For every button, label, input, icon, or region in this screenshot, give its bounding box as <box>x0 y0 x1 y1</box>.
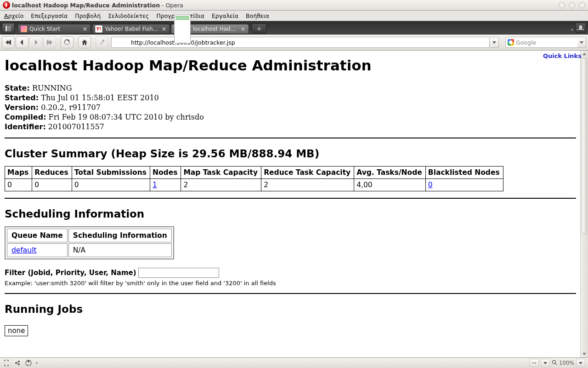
yahoo-favicon-icon: Y! <box>95 25 102 33</box>
svg-rect-1 <box>8 26 11 31</box>
tab-close-button[interactable] <box>82 26 88 32</box>
cell-map-capacity: 2 <box>181 179 261 191</box>
svg-rect-0 <box>6 26 7 31</box>
status-dropdown-icon[interactable]: ▾ <box>36 361 38 365</box>
quick-links-link[interactable]: Quick Links <box>543 52 582 59</box>
scroll-up-button[interactable] <box>581 51 588 58</box>
cell-nodes: 1 <box>150 179 181 191</box>
scheduling-heading: Scheduling Information <box>5 208 576 220</box>
rewind-button[interactable] <box>2 36 15 48</box>
zoom-dropdown-button[interactable] <box>541 359 550 367</box>
filter-example: Example: 'user:smith 3200' will filter b… <box>5 280 576 287</box>
window-title-page: localhost Hadoop Map/Reduce Administrati… <box>12 2 160 9</box>
table-row: default N/A <box>7 243 172 257</box>
page-viewport: Quick Links localhost Hadoop Map/Reduce … <box>0 51 588 357</box>
zoom-icon <box>552 360 557 367</box>
table-header-row: Maps Reduces Total Submissions Nodes Map… <box>5 167 503 179</box>
cluster-summary-heading: Cluster Summary (Heap Size is 29.56 MB/8… <box>5 148 576 160</box>
tab-overflow-indicator: • • • <box>571 27 585 33</box>
table-header-row: Queue Name Scheduling Information <box>7 229 172 242</box>
zoom-controls: 100% <box>530 359 585 367</box>
fit-width-button[interactable] <box>530 359 539 367</box>
state-value: RUNNING <box>30 84 72 92</box>
nodes-link[interactable]: 1 <box>153 181 157 189</box>
url-field[interactable]: http://localhost:50030/jobtracker.jsp <box>111 37 490 48</box>
version-value: 0.20.2, r911707 <box>39 103 101 112</box>
cell-blacklisted: 0 <box>425 179 503 191</box>
panel-icon <box>6 26 11 31</box>
cell-reduces: 0 <box>32 179 72 191</box>
started-label: Started: <box>5 93 39 102</box>
google-icon <box>508 39 514 46</box>
cell-sched-info: N/A <box>68 243 172 257</box>
col-total-submissions: Total Submissions <box>72 167 150 179</box>
panel-toggle-button[interactable] <box>2 23 15 34</box>
running-jobs-heading: Running Jobs <box>5 303 576 315</box>
svg-point-6 <box>553 360 556 363</box>
scroll-down-button[interactable] <box>581 350 588 357</box>
tab-close-button[interactable] <box>161 26 167 32</box>
turbo-status-icon[interactable] <box>25 359 32 367</box>
sync-status-icon[interactable] <box>3 359 10 367</box>
scroll-track[interactable] <box>581 58 588 350</box>
menu-tools[interactable]: Εργαλεία <box>209 12 242 20</box>
tab-close-button[interactable] <box>240 26 246 32</box>
version-label: Version: <box>5 103 39 112</box>
cluster-summary-table: Maps Reduces Total Submissions Nodes Map… <box>5 166 503 191</box>
quick-start-favicon-icon <box>21 26 27 32</box>
filter-input[interactable] <box>138 268 219 278</box>
queue-default-link[interactable]: default <box>11 246 37 254</box>
scroll-thumb[interactable] <box>582 58 587 234</box>
zoom-value: 100% <box>559 360 574 366</box>
vertical-scrollbar[interactable] <box>580 51 588 357</box>
zoom-value-dropdown-button[interactable] <box>576 359 585 367</box>
back-button[interactable] <box>16 36 28 48</box>
url-dropdown-button[interactable] <box>490 37 499 48</box>
page-favicon-icon <box>174 15 191 43</box>
col-maps: Maps <box>5 167 32 179</box>
col-reduce-capacity: Reduce Task Capacity <box>261 167 354 179</box>
divider <box>5 293 576 294</box>
menu-view[interactable]: Προβολή <box>72 12 104 20</box>
close-window-button[interactable] <box>579 2 585 8</box>
search-field[interactable]: Google <box>505 37 579 48</box>
menu-edit[interactable]: Επεξεργασία <box>28 12 71 20</box>
tab-quick-start[interactable]: Quick Start <box>17 24 91 34</box>
home-button[interactable] <box>78 36 91 48</box>
fast-forward-button[interactable] <box>43 36 56 48</box>
unite-status-icon[interactable] <box>14 359 21 367</box>
scheduling-table: Queue Name Scheduling Information defaul… <box>5 226 174 259</box>
col-reduces: Reduces <box>32 167 72 179</box>
wand-button[interactable] <box>96 36 108 48</box>
tab-strip: Quick Start Y! Yahoo! Babel Fish - T... … <box>0 21 588 34</box>
menu-bookmarks[interactable]: Σελιδοδείκτες <box>105 12 152 20</box>
menu-file[interactable]: Αρχείο <box>1 12 27 20</box>
compiled-value: Fri Feb 19 08:07:34 UTC 2010 by chrisdo <box>46 113 204 121</box>
col-blacklisted: Blacklisted Nodes <box>425 167 503 179</box>
tab-yahoo-babelfish[interactable]: Y! Yahoo! Babel Fish - T... <box>92 24 170 34</box>
col-queue-name: Queue Name <box>7 229 68 242</box>
tab-title: Yahoo! Babel Fish - T... <box>105 26 158 32</box>
tab-hadoop-admin[interactable]: localhost Hadoop Ma... <box>171 24 249 34</box>
tab-title: localhost Hadoop Ma... <box>193 26 237 32</box>
maximize-button[interactable] <box>569 2 575 8</box>
filter-row: Filter (Jobid, Priority, User, Name) <box>5 268 576 278</box>
col-map-capacity: Map Task Capacity <box>181 167 261 179</box>
search-dropdown-button[interactable] <box>577 37 586 48</box>
cell-maps: 0 <box>5 179 32 191</box>
divider <box>5 138 576 138</box>
new-tab-button[interactable]: + <box>252 23 266 34</box>
window-titlebar: localhost Hadoop Map/Reduce Administrati… <box>0 0 588 11</box>
blacklisted-link[interactable]: 0 <box>428 181 433 189</box>
menu-bar: Αρχείο Επεξεργασία Προβολή Σελιδοδείκτες… <box>0 11 588 21</box>
filter-label: Filter (Jobid, Priority, User, Name) <box>5 269 136 277</box>
col-nodes: Nodes <box>150 167 181 179</box>
cell-avg-tasks: 4,00 <box>354 179 426 191</box>
menu-help[interactable]: Βοήθεια <box>243 12 272 20</box>
cell-total-submissions: 0 <box>72 179 150 191</box>
minimize-button[interactable] <box>559 2 565 8</box>
forward-button[interactable] <box>29 36 42 48</box>
reload-button[interactable] <box>61 36 74 48</box>
identifier-value: 201007011557 <box>46 122 104 131</box>
col-avg-tasks: Avg. Tasks/Node <box>354 167 426 179</box>
